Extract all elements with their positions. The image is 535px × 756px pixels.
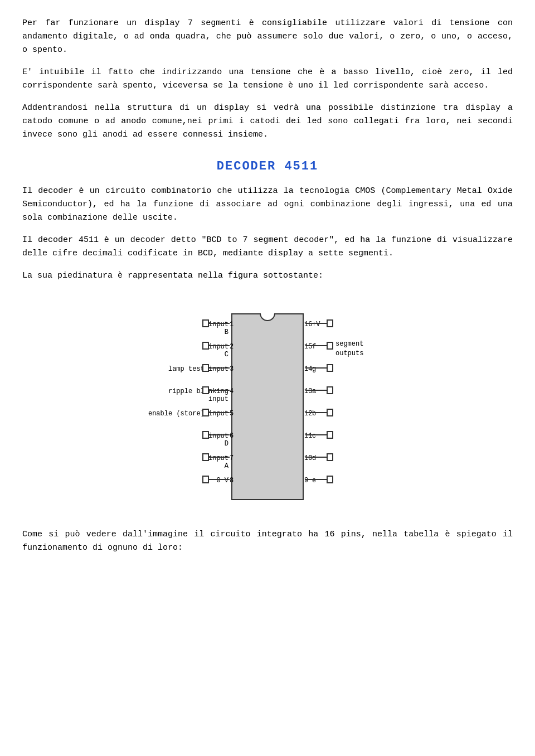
pin-square-10 xyxy=(327,453,333,461)
pin-label-c: c xyxy=(312,432,316,440)
conclusion-paragraph: Come si può vedere dall'immagine il circ… xyxy=(22,528,513,555)
pin-num-16: 16 xyxy=(304,321,312,328)
segment-outputs-label: segmentoutputs xyxy=(335,340,363,358)
pin-num-6: 6 xyxy=(230,432,234,440)
pin-num-3: 3 xyxy=(230,365,234,373)
decoder-title: DECODER 4511 xyxy=(22,159,513,173)
pin-square-9 xyxy=(327,476,333,483)
pin-square-12 xyxy=(327,409,333,416)
decoder-paragraph-2: Il decoder 4511 è un decoder detto "BCD … xyxy=(22,234,513,260)
ic-body-wrapper: input B 1 input C 2 lamp test input 3 ri… xyxy=(123,299,412,511)
pin-label-g: g xyxy=(312,365,316,373)
pin-num-13: 13 xyxy=(304,387,312,395)
intro-paragraph-2: E' intuibile il fatto che indirizzando u… xyxy=(22,66,513,93)
intro-paragraph-1: Per far funzionare un display 7 segmenti… xyxy=(22,17,513,57)
pin-num-12: 12 xyxy=(304,410,312,418)
pin-num-15: 15 xyxy=(304,343,312,351)
pin-num-8: 8 xyxy=(230,477,234,484)
pin-square-11 xyxy=(327,431,333,439)
pin-label-f: f xyxy=(312,343,316,351)
pin-num-2: 2 xyxy=(230,343,234,351)
pin-num-9: 9 xyxy=(304,477,308,484)
pin-square-4 xyxy=(202,386,209,394)
pin-label-d: d xyxy=(312,454,316,462)
pin-square-5 xyxy=(202,409,209,416)
intro-paragraph-3: Addentrandosi nella struttura di un disp… xyxy=(22,101,513,142)
pin-label-enable: enable (store) input xyxy=(145,410,228,418)
pin-square-6 xyxy=(202,431,209,439)
pin-square-1 xyxy=(202,319,209,327)
pin-label-e: e xyxy=(312,477,316,484)
pin-square-13 xyxy=(327,386,333,394)
pin-num-7: 7 xyxy=(230,454,234,462)
pin-square-15 xyxy=(327,342,333,350)
pin-num-5: 5 xyxy=(230,410,234,418)
pin-label-b: b xyxy=(312,410,316,418)
decoder-paragraph-1: Il decoder è un circuito combinatorio ch… xyxy=(22,185,513,225)
pin-num-11: 11 xyxy=(304,432,312,440)
pin-square-7 xyxy=(202,453,209,461)
pin-label-lamp-test: lamp test input xyxy=(164,365,228,373)
ic-diagram: input B 1 input C 2 lamp test input 3 ri… xyxy=(22,299,513,511)
decoder-paragraph-3: La sua piedinatura è rappresentata nella… xyxy=(22,269,513,283)
pin-square-16 xyxy=(327,319,333,327)
pin-num-4: 4 xyxy=(230,387,234,395)
pin-square-2 xyxy=(202,342,209,350)
pin-num-1: 1 xyxy=(230,321,234,328)
pin-label-plusv: +V xyxy=(312,321,320,328)
ic-notch xyxy=(260,313,275,321)
pin-square-8 xyxy=(202,476,209,483)
pin-num-10: 10 xyxy=(304,454,312,462)
ic-body xyxy=(231,313,304,500)
pin-square-14 xyxy=(327,364,333,372)
pin-num-14: 14 xyxy=(304,365,312,373)
pin-square-3 xyxy=(202,364,209,372)
pin-label-a: a xyxy=(312,387,316,395)
